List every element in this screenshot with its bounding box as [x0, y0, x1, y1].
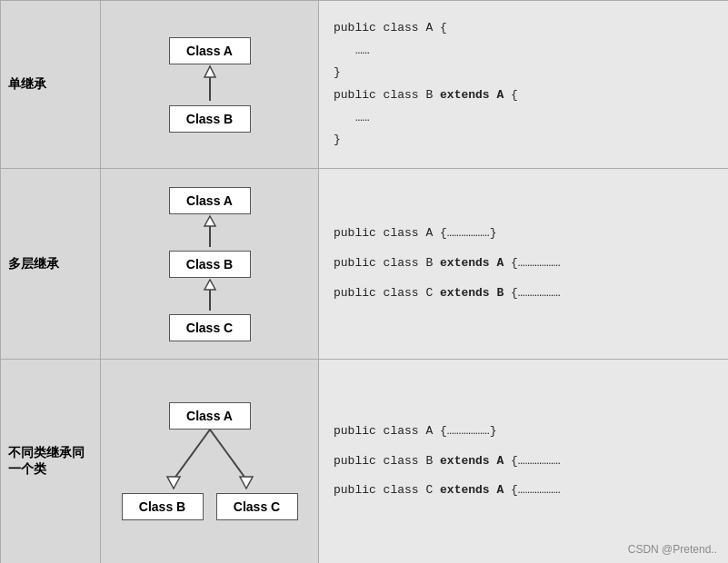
code-diff: public class A {………………} public class B e…	[319, 360, 729, 564]
code-line-1: public class A {	[334, 17, 713, 40]
label-text-single: 单继承	[8, 76, 46, 91]
code-diff-line-2: public class B extends A {………………	[334, 450, 713, 473]
label-diff: 不同类继承同一个类	[1, 360, 101, 564]
bottom-classes-diff: Class B Class C	[122, 493, 298, 520]
arrow-diff-split	[142, 430, 278, 493]
svg-marker-3	[204, 216, 215, 226]
class-box-a-diff: Class A	[169, 402, 251, 430]
code-multi-line-2: public class B extends A {………………	[334, 252, 713, 275]
code-line-5: ……	[334, 107, 713, 130]
label-text-multi: 多层继承	[8, 256, 59, 271]
code-line-3: }	[334, 62, 713, 84]
class-box-b-single: Class B	[169, 105, 251, 133]
class-box-c-multi: Class C	[169, 314, 251, 341]
svg-marker-7	[167, 477, 180, 489]
svg-marker-5	[204, 280, 215, 290]
class-box-a-single: Class A	[169, 37, 251, 64]
code-multi-line-1: public class A {………………}	[334, 222, 713, 245]
code-diff-line-3: public class C extends A {………………	[334, 479, 713, 502]
label-single: 单继承	[1, 1, 101, 169]
code-single: public class A { …… } public class B ext…	[319, 1, 729, 169]
diagram-diff: Class A Class B Class C	[101, 360, 319, 564]
diagram-inner-diff: Class A Class B Class C	[110, 402, 309, 520]
svg-line-8	[210, 430, 246, 479]
code-line-6: }	[334, 129, 713, 152]
code-multi-line-3: public class C extends B {………………	[334, 282, 713, 305]
diagram-single: Class A Class B	[101, 1, 319, 169]
diagram-inner-single: Class A Class B	[110, 37, 309, 133]
class-box-a-multi: Class A	[169, 187, 251, 214]
arrow-single	[201, 64, 219, 105]
class-box-c-diff: Class C	[216, 493, 298, 520]
diagram-multi: Class A Class B Class C	[101, 169, 319, 360]
watermark: CSDN @Pretend..	[628, 543, 717, 556]
label-multi: 多层继承	[1, 169, 101, 360]
arrow-multi-1	[201, 214, 219, 251]
arrow-multi-2	[201, 278, 219, 314]
code-multi: public class A {………………} public class B e…	[319, 169, 729, 360]
svg-marker-1	[204, 66, 215, 77]
code-line-4: public class B extends A {	[334, 84, 713, 107]
diagram-inner-multi: Class A Class B Class C	[110, 187, 309, 341]
class-box-b-multi: Class B	[169, 251, 251, 278]
svg-line-6	[174, 430, 210, 479]
svg-marker-9	[240, 477, 253, 489]
code-diff-line-1: public class A {………………}	[334, 420, 713, 443]
class-box-b-diff: Class B	[122, 493, 204, 520]
label-text-diff: 不同类继承同一个类	[8, 445, 85, 476]
code-line-2: ……	[334, 40, 713, 63]
